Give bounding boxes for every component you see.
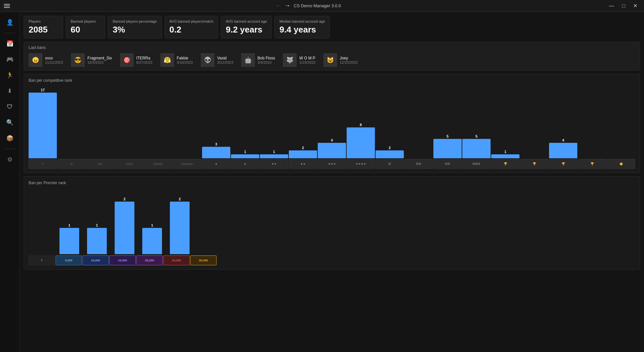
- stat-players: Players 2085: [24, 16, 63, 38]
- ban-item[interactable]: 😎 Fragment_Six 10/3/2023: [71, 53, 112, 67]
- stat-banned-pct: Banned players percentage 3%: [108, 16, 162, 38]
- sidebar-item-demos[interactable]: 🎮: [3, 53, 16, 66]
- bar[interactable]: [289, 150, 317, 158]
- bar[interactable]: [260, 154, 288, 158]
- stat-median-age-label: Median banned account age: [279, 19, 325, 23]
- stat-avg-age: AVG banned account age 9.2 years: [221, 16, 272, 38]
- ban-date: 6/27/2023: [136, 60, 152, 64]
- sidebar: 👤 📅 🎮 🏃 ⬇ 🛡 🔍 📦 ⚙: [0, 12, 20, 352]
- forward-button[interactable]: →: [285, 2, 290, 9]
- stat-median-age-value: 9.4 years: [279, 25, 325, 35]
- bar-value-label: 8: [360, 121, 362, 127]
- bar-group: 5: [462, 133, 491, 158]
- premier-rank-icon: ?: [29, 255, 55, 265]
- ban-item[interactable]: 🎯 ITERRa 6/27/2023: [120, 53, 152, 67]
- bar-group: 2: [376, 144, 404, 158]
- bar-group: 4: [549, 137, 577, 158]
- premier-group: 2: [167, 196, 193, 254]
- bar[interactable]: [491, 154, 519, 158]
- ban-item[interactable]: 😠 xxxx 11/21/2023: [29, 53, 63, 67]
- competitive-chart-title: Ban per competitive rank: [29, 78, 635, 83]
- premier-bar-label: 1: [151, 222, 153, 227]
- ban-item[interactable]: 🤖 Bob Floss 3/9/2023: [241, 53, 275, 67]
- bar-group: 1: [260, 148, 288, 158]
- rank-icon: ✪: [376, 159, 404, 169]
- rank-icon: ★★★★: [347, 159, 375, 169]
- ban-info: Bob Floss 3/9/2023: [258, 56, 275, 64]
- premier-bar-label: 2: [124, 196, 126, 201]
- sidebar-item-download[interactable]: ⬇: [3, 84, 16, 98]
- bar[interactable]: [202, 147, 230, 158]
- ban-date: 11/21/2023: [45, 60, 63, 64]
- premier-bar[interactable]: [115, 202, 134, 254]
- rank-icon: 🏆: [578, 159, 606, 169]
- minimize-button[interactable]: —: [606, 2, 617, 10]
- rank-icon: ✪✪✪: [462, 159, 491, 169]
- bar-group: [520, 152, 548, 158]
- premier-group: 2: [111, 196, 138, 254]
- bar-value-label: 2: [389, 144, 391, 150]
- premier-group: 1: [84, 222, 110, 254]
- close-button[interactable]: ✕: [631, 1, 640, 10]
- bar[interactable]: [231, 154, 259, 158]
- bar-group: [86, 152, 115, 158]
- ban-avatar: 😎: [71, 53, 85, 67]
- bar-group: [607, 152, 635, 158]
- rank-icon: ?: [29, 159, 57, 169]
- sidebar-item-shield[interactable]: 🛡: [3, 100, 16, 113]
- bar[interactable]: [549, 143, 577, 158]
- sidebar-item-player[interactable]: 🏃: [3, 69, 16, 82]
- rank-icon: 🏆: [491, 159, 519, 169]
- premier-bar[interactable]: [59, 228, 79, 254]
- bar[interactable]: [376, 150, 404, 158]
- back-button[interactable]: ←: [275, 2, 281, 9]
- premier-bar[interactable]: [142, 228, 162, 254]
- bar[interactable]: [462, 139, 491, 158]
- sidebar-item-manager[interactable]: 📦: [3, 132, 16, 145]
- sidebar-item-profile[interactable]: 👤: [3, 16, 16, 29]
- bar-group: [173, 152, 201, 158]
- rank-icon: ★★: [260, 159, 288, 169]
- ban-date: 3/12/2023: [217, 60, 233, 64]
- stat-players-label: Players: [29, 19, 58, 23]
- ban-name: xxxx: [45, 56, 63, 60]
- bar[interactable]: [318, 143, 346, 158]
- premier-rank-icon: 10,000: [82, 255, 109, 265]
- hamburger-menu[interactable]: [4, 4, 10, 8]
- premier-group: [194, 248, 220, 254]
- sidebar-item-search[interactable]: 🔍: [3, 116, 16, 129]
- rank-icon: ★: [202, 159, 230, 169]
- bar-group: [115, 152, 144, 158]
- premier-bar[interactable]: [170, 202, 190, 254]
- ban-item[interactable]: 😤 Fakkie 3/18/2023: [160, 53, 193, 67]
- bar-group: 8: [347, 121, 375, 158]
- rank-icon: ▷▷: [86, 159, 115, 169]
- bar[interactable]: [347, 127, 375, 158]
- ban-date: 10/3/2023: [87, 60, 112, 64]
- rank-icon: ▷▷▷: [115, 159, 144, 169]
- competitive-chart-section: Ban per competitive rank 17 3: [24, 74, 640, 173]
- bar-group: 1: [491, 148, 519, 158]
- ban-avatar: 👽: [201, 53, 215, 67]
- bar-value-label: 3: [215, 141, 217, 146]
- bar[interactable]: [29, 93, 57, 158]
- ban-item[interactable]: 😺 Joey 12/25/2022: [323, 53, 358, 67]
- sidebar-item-calendar[interactable]: 📅: [3, 37, 16, 50]
- rank-icon: ▷: [58, 159, 86, 169]
- ban-item[interactable]: 👽 Vaxid 3/12/2023: [201, 53, 233, 67]
- ban-item[interactable]: 🐺 W O M P 1/19/2023: [283, 53, 315, 67]
- bar-group: 1: [231, 148, 259, 158]
- bar-value-label: 2: [302, 144, 304, 150]
- rank-icon: ✪✪: [433, 159, 462, 169]
- bar[interactable]: [433, 139, 462, 158]
- bar-value-label: 5: [447, 133, 448, 138]
- maximize-button[interactable]: □: [619, 2, 628, 10]
- premier-bar[interactable]: [87, 228, 107, 254]
- bar-value-label: 1: [244, 148, 246, 154]
- stat-avg-banned: AVG banned players/match 0.2: [165, 16, 218, 38]
- stat-median-age: Median banned account age 9.4 years: [274, 16, 330, 38]
- bar-value-label: 1: [273, 148, 275, 154]
- premier-group: [29, 248, 55, 254]
- sidebar-item-settings[interactable]: ⚙: [3, 153, 16, 166]
- premier-bar-label: 2: [179, 196, 181, 201]
